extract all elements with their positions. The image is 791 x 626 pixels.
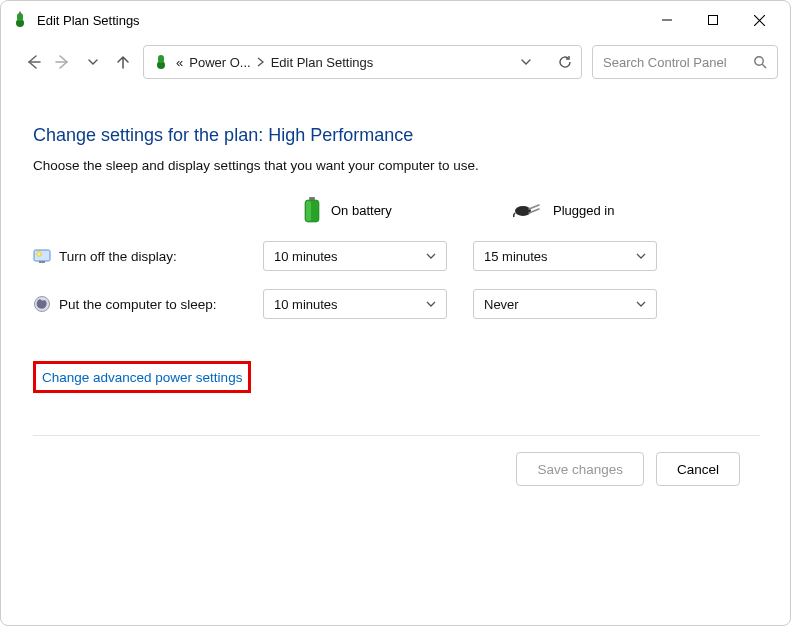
row-sleep-label: Put the computer to sleep: bbox=[33, 295, 263, 313]
breadcrumb-level1[interactable]: Power O... bbox=[189, 55, 250, 70]
maximize-button[interactable] bbox=[690, 4, 736, 36]
page-heading: Change settings for the plan: High Perfo… bbox=[33, 125, 760, 146]
svg-line-12 bbox=[762, 64, 766, 68]
save-button[interactable]: Save changes bbox=[516, 452, 644, 486]
search-input[interactable]: Search Control Panel bbox=[592, 45, 778, 79]
settings-grid: On battery Plugged in bbox=[33, 197, 760, 319]
highlight-box: Change advanced power settings bbox=[33, 361, 251, 393]
display-battery-dropdown[interactable]: 10 minutes bbox=[263, 241, 447, 271]
page-subheading: Choose the sleep and display settings th… bbox=[33, 158, 760, 173]
sleep-icon bbox=[33, 295, 51, 313]
forward-button[interactable] bbox=[53, 52, 73, 72]
power-plan-app-icon bbox=[11, 11, 29, 29]
window: Edit Plan Settings bbox=[0, 0, 791, 626]
battery-icon bbox=[303, 197, 321, 223]
svg-rect-13 bbox=[309, 197, 315, 200]
row-display-label: Turn off the display: bbox=[33, 247, 263, 265]
svg-point-11 bbox=[755, 57, 763, 65]
column-header-battery-label: On battery bbox=[331, 203, 392, 218]
advanced-settings-link[interactable]: Change advanced power settings bbox=[42, 370, 242, 385]
display-plugged-dropdown[interactable]: 15 minutes bbox=[473, 241, 657, 271]
search-icon bbox=[753, 55, 767, 69]
window-title: Edit Plan Settings bbox=[37, 13, 140, 28]
plug-icon bbox=[513, 201, 543, 219]
titlebar: Edit Plan Settings bbox=[1, 1, 790, 39]
chevron-down-icon bbox=[426, 251, 436, 261]
svg-rect-2 bbox=[19, 12, 21, 15]
breadcrumb-separator-left: « bbox=[176, 55, 183, 70]
sleep-battery-dropdown[interactable]: 10 minutes bbox=[263, 289, 447, 319]
minimize-button[interactable] bbox=[644, 4, 690, 36]
display-icon bbox=[33, 247, 51, 265]
column-header-plugged-label: Plugged in bbox=[553, 203, 614, 218]
chevron-down-icon bbox=[636, 251, 646, 261]
sleep-plugged-dropdown[interactable]: Never bbox=[473, 289, 657, 319]
up-button[interactable] bbox=[113, 52, 133, 72]
svg-rect-15 bbox=[306, 201, 311, 221]
content-area: Change settings for the plan: High Perfo… bbox=[1, 89, 790, 625]
cancel-button[interactable]: Cancel bbox=[656, 452, 740, 486]
nav-toolbar: « Power O... Edit Plan Settings Search C… bbox=[1, 39, 790, 89]
search-placeholder: Search Control Panel bbox=[603, 55, 727, 70]
address-history-dropdown[interactable] bbox=[521, 57, 531, 67]
chevron-down-icon bbox=[426, 299, 436, 309]
column-header-battery: On battery bbox=[263, 197, 473, 223]
address-bar-icon bbox=[152, 53, 170, 71]
svg-point-19 bbox=[37, 252, 42, 257]
back-button[interactable] bbox=[23, 52, 43, 72]
column-header-plugged: Plugged in bbox=[473, 201, 683, 219]
breadcrumb-level2[interactable]: Edit Plan Settings bbox=[271, 55, 374, 70]
svg-rect-17 bbox=[34, 250, 50, 261]
refresh-button[interactable] bbox=[557, 54, 573, 70]
chevron-down-icon bbox=[636, 299, 646, 309]
footer: Save changes Cancel bbox=[33, 435, 760, 502]
svg-rect-4 bbox=[709, 16, 718, 25]
close-button[interactable] bbox=[736, 4, 782, 36]
svg-rect-18 bbox=[39, 261, 45, 263]
breadcrumb-chevron-icon[interactable] bbox=[257, 57, 265, 67]
svg-point-16 bbox=[515, 206, 531, 216]
svg-rect-10 bbox=[158, 55, 164, 63]
address-bar[interactable]: « Power O... Edit Plan Settings bbox=[143, 45, 582, 79]
recent-locations-dropdown[interactable] bbox=[83, 52, 103, 72]
